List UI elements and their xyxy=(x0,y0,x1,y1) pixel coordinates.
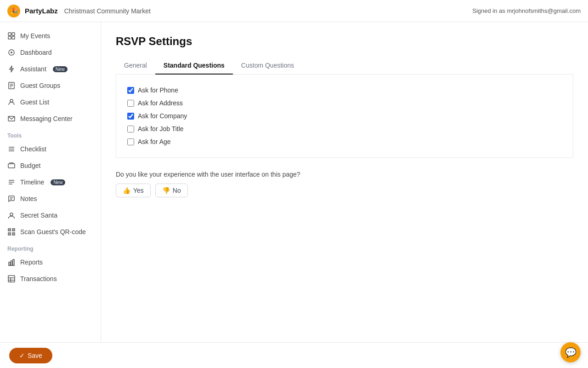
sidebar-label-messaging-center: Messaging Center xyxy=(20,115,73,122)
svg-rect-26 xyxy=(9,230,10,230)
label-ask-job-title[interactable]: Ask for Job Title xyxy=(138,125,184,132)
checkbox-ask-phone[interactable] xyxy=(127,87,134,94)
svg-rect-29 xyxy=(13,234,14,235)
sidebar-item-messaging-center[interactable]: Messaging Center xyxy=(0,110,101,127)
sidebar-item-notes[interactable]: Notes xyxy=(0,190,101,207)
tabs-bar: General Standard Questions Custom Questi… xyxy=(116,57,573,75)
sidebar-label-checklist: Checklist xyxy=(20,145,46,153)
svg-rect-2 xyxy=(8,36,11,39)
feedback-buttons: 👍 Yes 👎 No xyxy=(116,184,573,197)
sidebar-item-reports[interactable]: Reports xyxy=(0,254,101,270)
save-label: Save xyxy=(28,352,42,359)
label-ask-phone[interactable]: Ask for Phone xyxy=(138,86,178,94)
main-content: RSVP Settings General Standard Questions… xyxy=(101,22,588,368)
header-left: 🎉 PartyLabz Christmast Community Market xyxy=(7,5,151,17)
checkbox-row-phone[interactable]: Ask for Phone xyxy=(127,84,562,97)
sidebar-item-secret-santa[interactable]: Secret Santa xyxy=(0,207,101,224)
svg-rect-1 xyxy=(12,33,15,35)
label-ask-company[interactable]: Ask for Company xyxy=(138,112,187,120)
feedback-no-label: No xyxy=(173,187,181,194)
sidebar-item-guest-groups[interactable]: Guest Groups xyxy=(0,77,101,94)
svg-rect-0 xyxy=(8,33,11,35)
checklist-icon xyxy=(7,145,16,153)
reporting-section-label: Reporting xyxy=(0,240,101,254)
svg-rect-31 xyxy=(9,262,10,265)
grid-icon xyxy=(7,32,16,40)
bar-chart-icon xyxy=(7,258,16,266)
table-icon xyxy=(7,275,16,283)
page-title: RSVP Settings xyxy=(116,35,573,48)
budget-icon xyxy=(7,161,16,170)
feedback-yes-button[interactable]: 👍 Yes xyxy=(116,184,151,197)
svg-point-21 xyxy=(10,213,13,216)
book-icon xyxy=(7,81,16,90)
thumbs-down-icon: 👎 xyxy=(162,187,170,194)
chat-bubble-button[interactable]: 💬 xyxy=(560,342,581,362)
sidebar-item-timeline[interactable]: Timeline New xyxy=(0,174,101,190)
svg-point-10 xyxy=(10,99,13,102)
feedback-section: Do you like your experience with the use… xyxy=(116,171,573,197)
checkbox-ask-company[interactable] xyxy=(127,113,134,120)
sidebar-label-assistant: Assistant xyxy=(20,65,46,73)
signed-in-text: Signed in as mrjohnofsmiths@gmail.com xyxy=(472,7,581,14)
sidebar-label-scan-qr: Scan Guest's QR-code xyxy=(20,228,86,236)
qr-icon xyxy=(7,228,16,236)
tab-standard-questions[interactable]: Standard Questions xyxy=(155,57,233,75)
sidebar-item-transactions[interactable]: Transactions xyxy=(0,270,101,287)
checkbox-row-address[interactable]: Ask for Address xyxy=(127,97,562,109)
save-bar: ✓ Save xyxy=(0,342,588,368)
chat-icon: 💬 xyxy=(565,347,577,358)
svg-rect-34 xyxy=(8,276,15,282)
sidebar-label-secret-santa: Secret Santa xyxy=(20,212,57,219)
svg-rect-33 xyxy=(13,259,14,265)
sidebar-label-timeline: Timeline xyxy=(20,178,44,186)
checkbox-row-job-title[interactable]: Ask for Job Title xyxy=(127,122,562,135)
sidebar-label-my-events: My Events xyxy=(20,32,50,40)
notes-icon xyxy=(7,195,16,203)
checkbox-ask-address[interactable] xyxy=(127,100,134,107)
santa-icon xyxy=(7,211,16,219)
tab-custom-questions[interactable]: Custom Questions xyxy=(233,57,302,75)
sidebar-item-scan-qr[interactable]: Scan Guest's QR-code xyxy=(0,224,101,240)
sidebar-item-my-events[interactable]: My Events xyxy=(0,28,101,44)
label-ask-address[interactable]: Ask for Address xyxy=(138,99,183,107)
checkbox-row-age[interactable]: Ask for Age xyxy=(127,135,562,148)
lightning-icon xyxy=(7,65,16,73)
sidebar-item-dashboard[interactable]: Dashboard xyxy=(0,44,101,61)
event-name: Christmast Community Market xyxy=(64,7,151,15)
assistant-badge: New xyxy=(53,66,68,72)
svg-rect-32 xyxy=(11,261,12,265)
svg-rect-15 xyxy=(8,164,15,168)
svg-rect-27 xyxy=(13,230,14,230)
thumbs-up-icon: 👍 xyxy=(123,187,130,194)
circle-icon xyxy=(7,48,16,57)
checkbox-row-company[interactable]: Ask for Company xyxy=(127,109,562,122)
feedback-no-button[interactable]: 👎 No xyxy=(155,184,188,197)
svg-rect-3 xyxy=(12,36,15,39)
person-icon xyxy=(7,98,16,106)
svg-point-5 xyxy=(11,52,12,53)
feedback-yes-label: Yes xyxy=(133,187,144,194)
logo-icon: 🎉 xyxy=(7,5,20,17)
svg-rect-28 xyxy=(9,234,10,235)
checkmark-icon: ✓ xyxy=(19,352,25,359)
label-ask-age[interactable]: Ask for Age xyxy=(138,138,171,145)
sidebar-label-budget: Budget xyxy=(20,162,40,169)
sidebar-label-guest-list: Guest List xyxy=(20,98,49,106)
sidebar-item-budget[interactable]: Budget xyxy=(0,157,101,174)
checkbox-ask-job-title[interactable] xyxy=(127,126,134,132)
checkbox-ask-age[interactable] xyxy=(127,138,134,145)
layout: My Events Dashboard Assistant New xyxy=(0,22,588,368)
sidebar-item-checklist[interactable]: Checklist xyxy=(0,141,101,157)
sidebar-item-assistant[interactable]: Assistant New xyxy=(0,61,101,77)
sidebar-label-transactions: Transactions xyxy=(20,275,57,282)
feedback-question: Do you like your experience with the use… xyxy=(116,171,573,178)
app-name: PartyLabz xyxy=(25,7,58,15)
sidebar-item-guest-list[interactable]: Guest List xyxy=(0,94,101,110)
sidebar-label-guest-groups: Guest Groups xyxy=(20,82,60,89)
tab-general[interactable]: General xyxy=(116,57,155,75)
top-header: 🎉 PartyLabz Christmast Community Market … xyxy=(0,0,588,22)
save-button[interactable]: ✓ Save xyxy=(9,348,52,363)
mail-icon xyxy=(7,115,16,123)
sidebar-label-dashboard: Dashboard xyxy=(20,49,52,56)
